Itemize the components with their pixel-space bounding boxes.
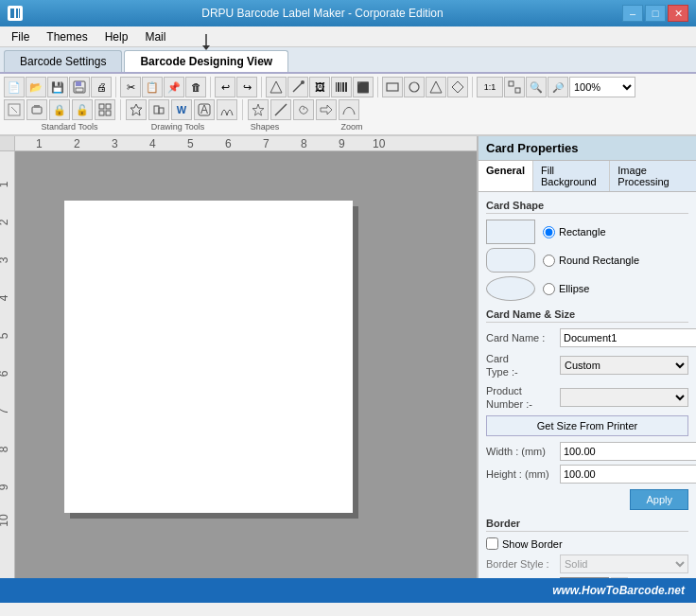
tab-barcode-designing[interactable]: Barcode Designing View: [124, 50, 288, 72]
menu-themes[interactable]: Themes: [39, 28, 95, 45]
shape-row-round: Round Rectangle: [486, 248, 688, 273]
svg-text:4: 4: [149, 137, 156, 150]
toolbar-labels: Standard Tools Drawing Tools Shapes Zoom: [4, 122, 692, 132]
svg-rect-31: [154, 106, 159, 114]
zoom-out-button[interactable]: 🔎: [548, 77, 568, 97]
delete-button[interactable]: 🗑: [185, 77, 206, 97]
shape-rect[interactable]: [382, 77, 403, 97]
svg-marker-35: [252, 104, 264, 115]
tb2-7[interactable]: [148, 99, 169, 120]
menu-mail[interactable]: Mail: [137, 28, 173, 45]
close-button[interactable]: ✕: [668, 5, 688, 22]
card-name-input[interactable]: [560, 328, 696, 347]
cut-button[interactable]: ✂: [120, 77, 141, 97]
tb2-1[interactable]: [4, 99, 25, 120]
tab-barcode-settings[interactable]: Barcode Settings: [4, 50, 122, 72]
separator6: [120, 99, 121, 120]
word-tool[interactable]: W: [171, 99, 192, 120]
shape2-arrow[interactable]: [316, 99, 337, 120]
new-button[interactable]: 📄: [4, 77, 25, 97]
open-button[interactable]: 📂: [26, 77, 46, 97]
menu-file[interactable]: File: [4, 28, 37, 45]
shape2-line[interactable]: [270, 99, 291, 120]
zoom-fit-button[interactable]: [504, 77, 525, 97]
round-radio-row: Round Rectangle: [543, 255, 639, 267]
panel-tab-fill[interactable]: Fill Background: [533, 161, 610, 191]
ellipse-radio-row: Ellipse: [543, 283, 589, 295]
lock-icon[interactable]: 🔒: [49, 99, 70, 120]
shape-triangle[interactable]: [426, 77, 446, 97]
round-rect-radio[interactable]: [543, 255, 555, 267]
canvas[interactable]: [15, 151, 477, 578]
ellipse-label: Ellipse: [559, 283, 589, 294]
tb2-2[interactable]: [26, 99, 47, 120]
product-number-select[interactable]: [560, 388, 688, 407]
tb2-10[interactable]: [217, 99, 237, 120]
svg-line-9: [293, 82, 303, 92]
minimize-button[interactable]: –: [622, 5, 643, 22]
shape2-spiral[interactable]: [293, 99, 314, 120]
toolbar-row-2: 🔒 🔓 W A: [4, 99, 692, 120]
svg-text:7: 7: [263, 137, 270, 150]
show-border-checkbox[interactable]: [486, 537, 498, 550]
print-preview-button[interactable]: 🖨: [91, 77, 112, 97]
shape2-star[interactable]: [248, 99, 269, 120]
svg-point-10: [301, 80, 304, 84]
zoom-in-button[interactable]: 🔍: [526, 77, 547, 97]
top-ruler-row: 1 2 3 4 5 6 7 8 9 10: [0, 136, 477, 151]
barcode-tool[interactable]: [331, 77, 352, 97]
svg-rect-29: [106, 111, 111, 115]
shape-circle[interactable]: [404, 77, 425, 97]
main-area: 1 2 3 4 5 6 7 8 9 10 1 2 3: [0, 136, 696, 578]
svg-rect-1: [16, 9, 18, 18]
card-type-select[interactable]: Custom Business Card Credit Card ID Card: [560, 356, 688, 375]
svg-rect-21: [515, 88, 520, 93]
draw-tool-5[interactable]: ⬛: [353, 77, 374, 97]
svg-rect-20: [509, 81, 513, 86]
border-style-row: Border Style : Solid Dashed Dotted: [486, 554, 688, 573]
border-color-picker-btn: …: [611, 577, 628, 578]
canvas-paper[interactable]: [64, 201, 353, 513]
height-input[interactable]: [560, 465, 696, 484]
copy-button[interactable]: 📋: [142, 77, 163, 97]
svg-rect-32: [159, 108, 164, 114]
draw-tool-1[interactable]: [266, 77, 287, 97]
svg-point-17: [409, 82, 419, 92]
get-size-button[interactable]: Get Size From Printer: [486, 415, 688, 436]
svg-rect-25: [34, 105, 40, 108]
round-rect-preview: [486, 248, 535, 273]
redo-button[interactable]: ↪: [236, 77, 257, 97]
maximize-button[interactable]: □: [645, 5, 666, 22]
panel-tab-general[interactable]: General: [478, 161, 533, 191]
rect-radio[interactable]: [543, 226, 555, 238]
ellipse-radio[interactable]: [543, 283, 555, 295]
round-rect-label: Round Rectangle: [559, 255, 639, 266]
tb2-9[interactable]: A: [194, 99, 215, 120]
svg-marker-30: [130, 104, 142, 115]
zoom-100-button[interactable]: 1:1: [477, 77, 503, 97]
svg-rect-26: [99, 104, 104, 109]
bottom-bar: www.HowToBarcode.net: [0, 578, 696, 603]
apply-button[interactable]: Apply: [630, 489, 688, 510]
svg-rect-6: [76, 81, 81, 86]
shape2-curve[interactable]: [339, 99, 359, 120]
save-as-button[interactable]: [69, 77, 90, 97]
tb2-6[interactable]: [126, 99, 147, 120]
paste-button[interactable]: 📌: [164, 77, 184, 97]
menu-help[interactable]: Help: [97, 28, 136, 45]
width-input[interactable]: [560, 442, 696, 461]
shape-diamond[interactable]: [447, 77, 468, 97]
draw-tool-3[interactable]: 🖼: [309, 77, 330, 97]
save-button[interactable]: 💾: [47, 77, 68, 97]
panel-tab-image[interactable]: Image Processing: [610, 161, 696, 191]
lock2-icon[interactable]: 🔓: [72, 99, 93, 120]
card-name-label: Card Name :: [486, 332, 560, 343]
draw-tool-2[interactable]: [287, 77, 308, 97]
grid-icon[interactable]: [95, 99, 115, 120]
app-icon: [8, 6, 23, 21]
svg-rect-7: [76, 88, 83, 92]
undo-button[interactable]: ↩: [215, 77, 235, 97]
canvas-area: 1 2 3 4 5 6 7 8 9 10 1 2 3: [0, 136, 477, 578]
zoom-select[interactable]: 100% 50% 150% 200%: [569, 77, 635, 97]
svg-text:4: 4: [0, 294, 10, 301]
